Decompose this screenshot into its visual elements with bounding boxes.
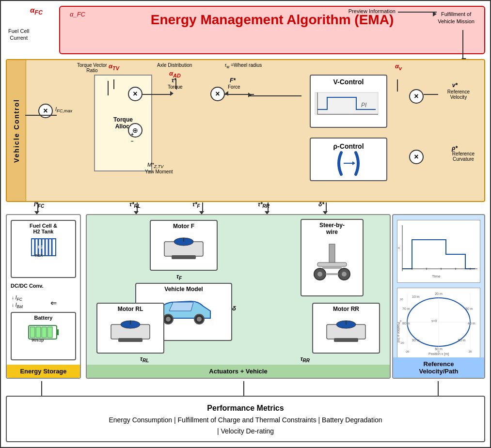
fuel-cell-box: Fuel Cell &H2 Tank H2 REX [11,220,76,278]
alpha-v-label: αv [395,62,402,71]
vehicle-model-title: Vehicle Model [164,286,203,293]
motor-rl-box: Motor RL [96,303,164,354]
multiply-circle-ifc: × [38,104,53,118]
preview-arrow-line [398,12,437,13]
svg-text:90 m: 90 m [412,339,420,342]
svg-rect-39 [317,263,347,266]
fulfillment-arrow [462,30,463,59]
tau-f-star-signal: τ*F [192,201,200,209]
energy-storage-section: Fuel Cell &H2 Tank H2 REX [6,214,81,379]
dcdc-label: DC/DC Conv. [11,283,44,289]
tau-rr-label: τRR [301,355,310,363]
ibat-label-es: ↓ IBat [12,302,23,309]
fulfillment-label: Fulfillment ofVehicle Mission [438,11,475,26]
main-container: α_FC Energy Management Algorithm (EMA) F… [0,0,491,448]
steer-by-wire-title: Steer-by-wire [319,222,345,235]
multiply-circle-torque-top: × [128,87,143,101]
svg-text:10 m: 10 m [412,295,420,298]
ema-title: Energy Management Algorithm (EMA) [70,12,475,28]
svg-text:-20: -20 [405,350,410,353]
velocity-chart: Time v [397,220,480,283]
motor-rr-svg [324,315,368,344]
tau-rl-label: τRL [140,355,149,363]
line-vctrl-arrow [248,93,252,97]
svg-text:20: 20 [400,298,403,301]
reference-curvature-label: ReferenceCurvature [452,151,475,162]
torque-alloc-box: TorqueAlloc. [94,75,152,171]
svg-point-27 [166,317,171,322]
svg-text:v: v [397,247,401,249]
svg-text:0: 0 [400,320,402,323]
steer-icon [303,239,361,289]
multiply-circle-rho: × [409,150,424,164]
motor-f-title: Motor F [173,223,194,230]
performance-title: Performance Metrics [12,404,479,413]
svg-rect-17 [36,327,41,338]
svg-text:PI: PI [361,102,367,108]
svg-rect-38 [329,244,335,263]
pi-chart-svg: PI [313,90,380,117]
line-ifc-h [25,115,57,116]
svg-text:Position y [m]: Position y [m] [397,322,400,342]
reference-velocity-label: ReferenceVelocity [447,89,470,100]
line-top-h1 [143,94,172,95]
delta-star-signal: δ* [318,201,324,208]
motor-rl-icon [99,315,161,345]
fuel-cell-svg: H2 REX [29,236,58,258]
ifc-max-label: IFC,max [55,106,72,113]
axle-distribution-label: Axle Distribution [157,62,192,68]
line-vctrl-out [248,95,301,96]
tau-f-label: τF [176,273,182,281]
svg-text:20: 20 [469,350,472,353]
v-arrow-trl [137,202,138,212]
energy-storage-label: Energy Storage [7,365,80,378]
v-control-chart: PI [311,88,386,121]
path-chart: 20 m 30 m 40 m 50 m 60 m 90 m 80 m 70 m … [397,288,480,358]
svg-text:50 m: 50 m [458,339,466,342]
performance-section: Performance Metrics Energy Consumption |… [6,396,485,442]
performance-metrics-text: Energy Consumption | Fulfillment of Char… [12,415,479,425]
v-arrow-delta [326,202,327,212]
svg-rect-18 [42,327,47,338]
yaw-moment-label: Yaw Moment [145,169,173,174]
motor-rr-icon [315,315,377,345]
plus-label: + [131,132,134,137]
alpha-tv-label: αTV [109,62,119,71]
velocity-chart-svg: Time v [397,220,480,281]
v-control-box: V-Control PI [310,75,387,128]
fuel-cell-label: Fuel CellCurrent [8,28,29,42]
svg-text:30 m: 30 m [465,307,473,310]
svg-rect-19 [48,327,52,338]
preview-info-text: Preview Information [348,8,396,14]
fuel-cell-title: Fuel Cell &H2 Tank [30,223,57,234]
svg-text:Time: Time [432,274,441,278]
battery-box: Battery 90s1p [11,312,76,360]
svg-text:90s1p: 90s1p [32,338,44,342]
arrow-head-1 [170,91,174,96]
rho-control-title: ρ-Control [333,142,364,150]
svg-marker-5 [352,161,355,165]
steer-svg [308,239,356,288]
line-tv-down [108,81,109,95]
svg-text:H2: H2 [38,245,44,249]
vehicle-control-section: Vehicle Control Torque VectorRatio αTV A… [6,59,485,202]
svg-point-43 [317,272,322,277]
svg-rect-20 [57,329,59,335]
v-control-title: V-Control [311,76,386,88]
svg-rect-25 [172,255,196,259]
motor-rl-title: Motor RL [118,306,143,312]
left-arrow-es: ⇐ [50,298,57,308]
mz-tv-label: M*Z,TV [147,162,163,169]
ema-header: α_FC Energy Management Algorithm (EMA) F… [59,6,485,54]
motor-rr-box: Motor RR [312,303,380,354]
reference-label: ReferenceVelocity/Path [393,357,484,378]
rho-parens-svg [334,150,363,177]
performance-line2: | Velocity De-rating [12,426,479,436]
svg-rect-0 [315,93,378,114]
alpha-fc-label: αFC [30,6,43,16]
vehicle-control-label: Vehicle Control [7,60,26,201]
vehicle-control-text: Vehicle Control [13,99,20,163]
svg-point-29 [197,317,202,322]
tau-rl-star-signal: τ*RL [129,201,141,209]
svg-text:-20: -20 [400,341,404,344]
